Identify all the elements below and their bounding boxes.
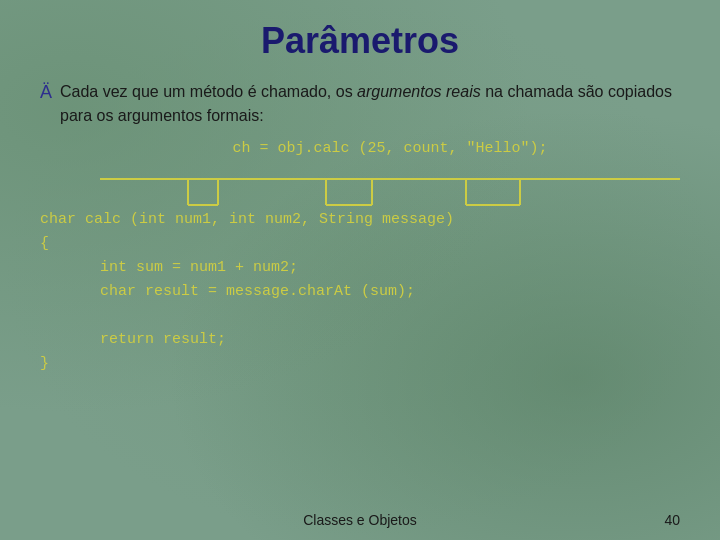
body-line1: int sum = num1 + num2; — [40, 256, 680, 280]
open-brace: { — [40, 232, 680, 256]
bullet-section: Ä Cada vez que um método é chamado, os a… — [40, 80, 680, 128]
bracket-svg — [100, 157, 680, 209]
bullet-text: Cada vez que um método é chamado, os arg… — [60, 80, 680, 128]
code-body: { int sum = num1 + num2; char result = m… — [40, 232, 680, 376]
slide-container: Parâmetros Ä Cada vez que um método é ch… — [0, 0, 720, 540]
footer-page: 40 — [664, 512, 680, 528]
bullet-text-before: Cada vez que um método é chamado, os — [60, 83, 357, 100]
close-brace: } — [40, 352, 680, 376]
bracket-diagram — [100, 157, 680, 209]
slide-footer: Classes e Objetos 40 — [0, 512, 720, 528]
footer-label: Classes e Objetos — [303, 512, 417, 528]
blank-line — [40, 304, 680, 328]
bullet-arrow: Ä — [40, 82, 52, 103]
code-def-line: char calc (int num1, int num2, String me… — [40, 211, 680, 228]
slide-title: Parâmetros — [40, 20, 680, 62]
return-line: return result; — [40, 328, 680, 352]
bullet-italic: argumentos reais — [357, 83, 481, 100]
body-line2: char result = message.charAt (sum); — [40, 280, 680, 304]
code-call-line: ch = obj.calc (25, count, "Hello"); — [40, 140, 680, 157]
